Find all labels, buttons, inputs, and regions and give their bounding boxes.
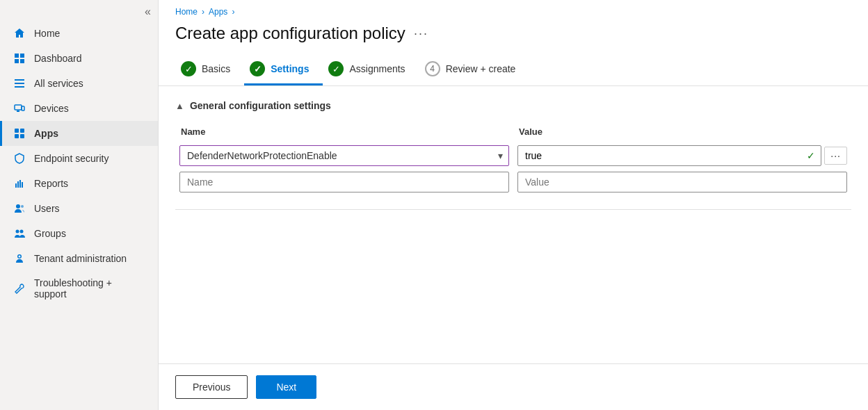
sidebar-item-apps[interactable]: Apps bbox=[0, 121, 158, 146]
row-more-button-1[interactable]: ··· bbox=[824, 147, 847, 165]
svg-rect-0 bbox=[15, 54, 19, 58]
next-button[interactable]: Next bbox=[256, 375, 316, 399]
tab-assignments[interactable]: ✓ Assignments bbox=[323, 54, 419, 85]
svg-point-20 bbox=[16, 230, 19, 233]
sidebar-item-groups[interactable]: Groups bbox=[0, 221, 158, 246]
name-cell-1: ▾ bbox=[175, 142, 513, 169]
sidebar-label-apps: Apps bbox=[34, 128, 58, 139]
devices-icon bbox=[13, 102, 26, 115]
sidebar-label-dashboard: Dashboard bbox=[34, 53, 82, 64]
tab-check-assignments: ✓ bbox=[328, 61, 344, 76]
svg-rect-12 bbox=[15, 134, 19, 138]
svg-rect-13 bbox=[20, 134, 24, 138]
sidebar-collapse-area: « bbox=[0, 0, 158, 21]
sidebar-label-users: Users bbox=[34, 203, 60, 214]
page-title: Create app configuration policy bbox=[175, 24, 405, 43]
breadcrumb-bar: Home › Apps › bbox=[159, 0, 868, 21]
value-input-2[interactable] bbox=[517, 172, 847, 192]
wrench-icon bbox=[13, 282, 26, 295]
svg-rect-5 bbox=[15, 83, 24, 84]
value-field-1-wrap: ✓ bbox=[517, 145, 821, 166]
sidebar-item-all-services[interactable]: All services bbox=[0, 71, 158, 96]
svg-rect-11 bbox=[20, 129, 24, 133]
sidebar-item-devices[interactable]: Devices bbox=[0, 96, 158, 121]
sidebar-item-reports[interactable]: Reports bbox=[0, 171, 158, 196]
sidebar-label-groups: Groups bbox=[34, 228, 66, 239]
col-header-name: Name bbox=[175, 122, 513, 142]
svg-rect-1 bbox=[20, 54, 24, 58]
breadcrumb-apps[interactable]: Apps bbox=[209, 7, 227, 17]
shield-icon bbox=[13, 152, 26, 165]
sidebar-collapse-button[interactable]: « bbox=[145, 6, 151, 18]
page-more-button[interactable]: ··· bbox=[414, 26, 428, 41]
tenant-icon bbox=[13, 252, 26, 265]
name-field-1-wrap: ▾ bbox=[179, 145, 509, 166]
sidebar-label-troubleshooting: Troubleshooting + support bbox=[34, 277, 147, 300]
tab-basics[interactable]: ✓ Basics bbox=[175, 54, 244, 85]
sidebar: « Home Dashboard All services Devices Ap… bbox=[0, 0, 159, 410]
sidebar-label-all-services: All services bbox=[34, 78, 83, 89]
section-toggle-button[interactable]: ▲ bbox=[175, 101, 184, 111]
apps-icon bbox=[13, 127, 26, 140]
content-area: ▲ General configuration settings Name Va… bbox=[159, 86, 868, 363]
dashboard-icon bbox=[13, 52, 26, 65]
breadcrumb-sep-2: › bbox=[232, 7, 234, 17]
all-services-icon bbox=[13, 77, 26, 90]
sidebar-item-troubleshooting[interactable]: Troubleshooting + support bbox=[0, 271, 158, 306]
sidebar-label-reports: Reports bbox=[34, 178, 68, 189]
table-row: ▾ ✓ ··· bbox=[175, 142, 851, 169]
home-icon bbox=[13, 27, 26, 40]
svg-rect-8 bbox=[17, 110, 19, 112]
svg-point-23 bbox=[19, 256, 21, 258]
wizard-tabs: ✓ Basics ✓ Settings ✓ Assignments 4 Revi… bbox=[159, 54, 868, 86]
sidebar-label-tenant-admin: Tenant administration bbox=[34, 253, 127, 264]
check-icon-1: ✓ bbox=[801, 150, 821, 161]
svg-rect-4 bbox=[15, 79, 24, 81]
svg-point-21 bbox=[20, 230, 24, 233]
section-header: ▲ General configuration settings bbox=[175, 100, 851, 111]
sidebar-item-tenant-admin[interactable]: Tenant administration bbox=[0, 246, 158, 271]
footer: Previous Next bbox=[159, 363, 868, 410]
svg-rect-2 bbox=[15, 59, 19, 63]
svg-rect-10 bbox=[15, 129, 19, 133]
svg-rect-16 bbox=[19, 180, 21, 188]
value-cell-2 bbox=[513, 169, 851, 195]
name-dropdown-btn-1[interactable]: ▾ bbox=[492, 150, 508, 161]
previous-button[interactable]: Previous bbox=[175, 375, 248, 399]
svg-rect-3 bbox=[20, 59, 24, 63]
name-input-1[interactable] bbox=[180, 146, 492, 165]
svg-rect-17 bbox=[22, 182, 23, 188]
tab-label-assignments: Assignments bbox=[349, 63, 405, 74]
tab-number-review: 4 bbox=[425, 61, 440, 76]
sidebar-item-dashboard[interactable]: Dashboard bbox=[0, 46, 158, 71]
groups-icon bbox=[13, 227, 26, 240]
value-input-1[interactable] bbox=[518, 146, 801, 165]
tab-check-basics: ✓ bbox=[181, 61, 196, 76]
table-row bbox=[175, 169, 851, 195]
name-cell-2 bbox=[175, 169, 513, 195]
sidebar-label-home: Home bbox=[34, 28, 60, 39]
breadcrumb-sep-1: › bbox=[202, 7, 204, 17]
svg-rect-15 bbox=[17, 181, 19, 188]
tab-label-review-create: Review + create bbox=[446, 63, 516, 74]
col-header-value: Value bbox=[513, 122, 851, 142]
tab-settings[interactable]: ✓ Settings bbox=[244, 54, 323, 85]
value-cell-1: ✓ ··· bbox=[513, 142, 851, 169]
main-content: Home › Apps › Create app configuration p… bbox=[159, 0, 868, 410]
sidebar-item-users[interactable]: Users bbox=[0, 196, 158, 221]
users-icon bbox=[13, 202, 26, 215]
svg-point-18 bbox=[16, 204, 20, 208]
sidebar-item-endpoint-security[interactable]: Endpoint security bbox=[0, 146, 158, 171]
reports-icon bbox=[13, 177, 26, 190]
tab-label-basics: Basics bbox=[202, 63, 230, 74]
sidebar-item-home[interactable]: Home bbox=[0, 21, 158, 46]
sidebar-label-devices: Devices bbox=[34, 103, 69, 114]
svg-rect-6 bbox=[15, 86, 24, 88]
breadcrumb-home[interactable]: Home bbox=[175, 7, 198, 17]
tab-review-create[interactable]: 4 Review + create bbox=[419, 54, 530, 85]
name-input-2[interactable] bbox=[179, 172, 509, 192]
value-cell-1-wrap: ✓ ··· bbox=[517, 145, 847, 166]
page-header: Create app configuration policy ··· bbox=[159, 21, 868, 54]
content-divider bbox=[175, 209, 851, 210]
tab-check-settings: ✓ bbox=[250, 61, 265, 76]
